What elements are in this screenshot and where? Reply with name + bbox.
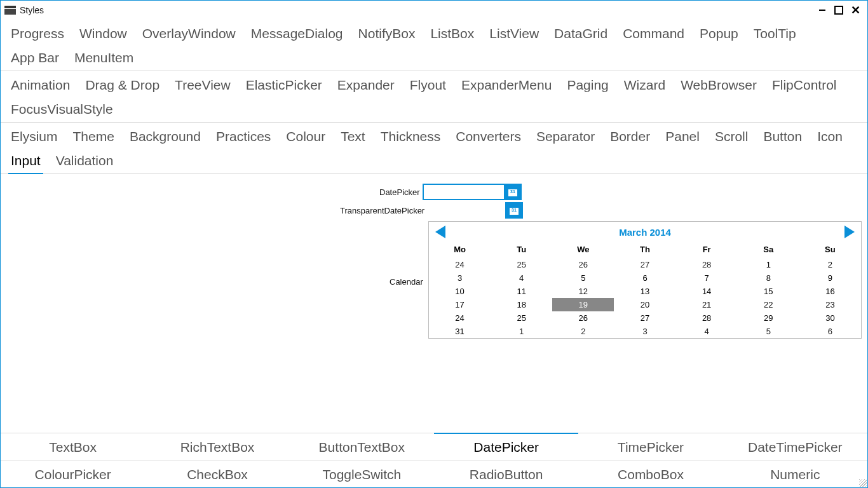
tab-combobox[interactable]: ComboBox (578, 461, 722, 487)
calendar-day[interactable]: 9 (799, 271, 861, 285)
tab-window[interactable]: Window (72, 22, 135, 46)
datepicker-button[interactable] (504, 184, 522, 200)
tab-wizard[interactable]: Wizard (616, 74, 673, 98)
calendar-day[interactable]: 2 (552, 325, 614, 338)
tab-thickness[interactable]: Thickness (373, 125, 449, 149)
tab-radiobutton[interactable]: RadioButton (434, 461, 578, 487)
calendar-day[interactable]: 15 (738, 285, 799, 298)
tab-separator[interactable]: Separator (529, 125, 602, 149)
tab-richtextbox[interactable]: RichTextBox (145, 433, 289, 460)
tab-theme[interactable]: Theme (65, 125, 122, 149)
calendar-next-button[interactable] (844, 226, 855, 238)
tab-textbox[interactable]: TextBox (1, 433, 145, 460)
calendar-day[interactable]: 30 (799, 311, 861, 325)
tab-elasticpicker[interactable]: ElasticPicker (238, 74, 330, 98)
calendar-prev-button[interactable] (435, 226, 445, 238)
calendar-day[interactable]: 3 (429, 271, 491, 285)
calendar-day[interactable]: 24 (429, 258, 491, 271)
tab-drag-drop[interactable]: Drag & Drop (78, 74, 167, 98)
calendar-day[interactable]: 6 (614, 271, 675, 285)
calendar-day[interactable]: 20 (614, 298, 675, 311)
tab-listview[interactable]: ListView (482, 22, 546, 46)
calendar-day[interactable]: 21 (676, 298, 738, 311)
calendar-day[interactable]: 28 (676, 311, 738, 325)
tab-colourpicker[interactable]: ColourPicker (1, 461, 145, 487)
tab-listbox[interactable]: ListBox (423, 22, 482, 46)
calendar-day[interactable]: 7 (676, 271, 738, 285)
transparent-datepicker-button[interactable] (505, 202, 523, 219)
tab-border[interactable]: Border (602, 125, 658, 149)
tab-app-bar[interactable]: App Bar (3, 46, 67, 71)
resize-grip[interactable] (859, 479, 867, 487)
tab-timepicker[interactable]: TimePicker (578, 433, 722, 460)
calendar-day[interactable]: 27 (614, 258, 675, 271)
tab-buttontextbox[interactable]: ButtonTextBox (290, 433, 434, 460)
calendar-day[interactable]: 2 (799, 258, 861, 271)
tab-datepicker[interactable]: DatePicker (434, 433, 578, 460)
calendar-day[interactable]: 11 (491, 285, 552, 298)
tab-paging[interactable]: Paging (559, 74, 616, 98)
calendar-day[interactable]: 27 (614, 311, 675, 325)
calendar-day[interactable]: 8 (738, 271, 799, 285)
calendar-day[interactable]: 4 (491, 271, 552, 285)
tab-text[interactable]: Text (333, 125, 373, 149)
calendar-day[interactable]: 1 (491, 325, 552, 338)
tab-practices[interactable]: Practices (208, 125, 278, 149)
maximize-button[interactable] (831, 3, 847, 17)
tab-animation[interactable]: Animation (3, 74, 78, 98)
datepicker-input[interactable] (423, 184, 504, 200)
tab-command[interactable]: Command (615, 22, 692, 46)
tab-background[interactable]: Background (122, 125, 208, 149)
calendar-day[interactable]: 6 (799, 325, 861, 338)
tab-flyout[interactable]: Flyout (402, 74, 454, 98)
tab-messagedialog[interactable]: MessageDialog (243, 22, 351, 46)
tab-elysium[interactable]: Elysium (3, 125, 65, 149)
calendar-day[interactable]: 26 (552, 311, 614, 325)
calendar-day[interactable]: 25 (491, 258, 552, 271)
tab-button[interactable]: Button (756, 125, 810, 149)
tab-checkbox[interactable]: CheckBox (145, 461, 289, 487)
tab-popup[interactable]: Popup (692, 22, 746, 46)
tab-treeview[interactable]: TreeView (167, 74, 238, 98)
calendar-day[interactable]: 22 (738, 298, 799, 311)
calendar-day[interactable]: 29 (738, 311, 799, 325)
tab-converters[interactable]: Converters (448, 125, 529, 149)
minimize-button[interactable] (814, 3, 831, 17)
calendar-day[interactable]: 24 (429, 311, 491, 325)
calendar-day[interactable]: 18 (491, 298, 552, 311)
tab-focusvisualstyle[interactable]: FocusVisualStyle (3, 98, 121, 122)
calendar-day[interactable]: 19 (552, 298, 614, 311)
tab-notifybox[interactable]: NotifyBox (351, 22, 423, 46)
tab-flipcontrol[interactable]: FlipControl (764, 74, 844, 98)
calendar-day[interactable]: 3 (614, 325, 675, 338)
tab-expander[interactable]: Expander (330, 74, 402, 98)
tab-overlaywindow[interactable]: OverlayWindow (135, 22, 243, 46)
calendar-day[interactable]: 5 (738, 325, 799, 338)
calendar-day[interactable]: 10 (429, 285, 491, 298)
tab-validation[interactable]: Validation (48, 149, 121, 173)
tab-icon[interactable]: Icon (810, 125, 850, 149)
tab-input[interactable]: Input (3, 149, 48, 173)
calendar-day[interactable]: 1 (738, 258, 799, 271)
calendar-day[interactable]: 26 (552, 258, 614, 271)
calendar-day[interactable]: 25 (491, 311, 552, 325)
tab-tooltip[interactable]: ToolTip (746, 22, 804, 46)
calendar-day[interactable]: 16 (799, 285, 861, 298)
tab-toggleswitch[interactable]: ToggleSwitch (290, 461, 434, 487)
calendar-day[interactable]: 5 (552, 271, 614, 285)
calendar-day[interactable]: 12 (552, 285, 614, 298)
close-button[interactable]: ✕ (847, 3, 864, 17)
tab-expandermenu[interactable]: ExpanderMenu (454, 74, 559, 98)
calendar-day[interactable]: 17 (429, 298, 491, 311)
tab-webbrowser[interactable]: WebBrowser (673, 74, 764, 98)
tab-colour[interactable]: Colour (278, 125, 333, 149)
tab-datetimepicker[interactable]: DateTimePicker (723, 433, 867, 460)
calendar-day[interactable]: 14 (676, 285, 738, 298)
calendar-day[interactable]: 23 (799, 298, 861, 311)
calendar-day[interactable]: 31 (429, 325, 491, 338)
tab-numeric[interactable]: Numeric (723, 461, 867, 487)
tab-scroll[interactable]: Scroll (707, 125, 756, 149)
tab-progress[interactable]: Progress (3, 22, 72, 46)
calendar-title[interactable]: March 2014 (619, 227, 671, 238)
calendar-day[interactable]: 13 (614, 285, 675, 298)
